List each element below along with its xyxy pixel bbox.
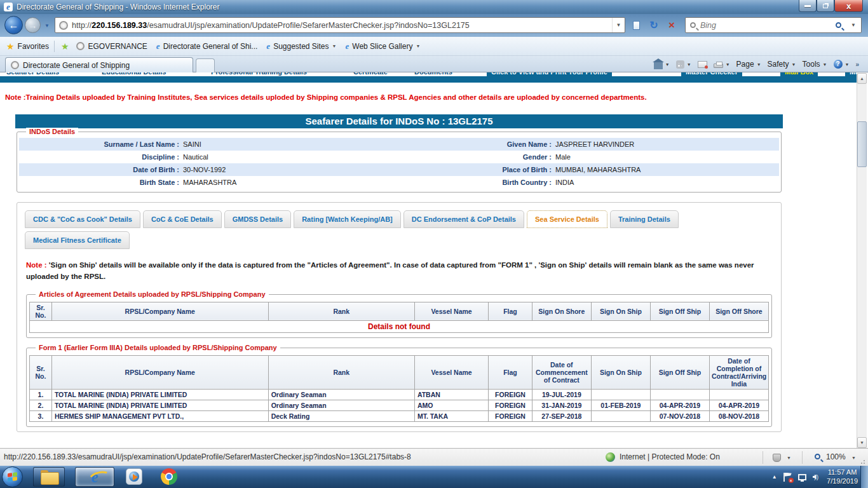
detail-tab-6[interactable]: Training Details bbox=[610, 210, 679, 228]
favorites-item-label: EGOVERNANCE bbox=[88, 42, 147, 51]
vertical-scrollbar[interactable]: ▲ ▼ bbox=[857, 73, 867, 448]
detail-tab-4[interactable]: DC Endorsement & CoP Details bbox=[403, 210, 524, 228]
volume-icon[interactable]: ) ) bbox=[813, 474, 818, 480]
detail-tab-2[interactable]: GMDSS Details bbox=[224, 210, 291, 228]
data-cell bbox=[591, 389, 650, 400]
detail-tab-3[interactable]: Rating [Watch Keeping/AB] bbox=[294, 210, 401, 228]
minimize-button[interactable] bbox=[799, 0, 817, 12]
site-menu-item-3[interactable]: Certificate bbox=[353, 72, 388, 83]
show-desktop-button[interactable] bbox=[860, 466, 868, 488]
detail-tab-7[interactable]: Medical Fitness Certificate bbox=[25, 231, 130, 249]
internet-zone-icon bbox=[606, 452, 615, 462]
site-menu-item-6[interactable]: Master Checker bbox=[681, 72, 742, 83]
compatibility-view-button[interactable] bbox=[628, 17, 644, 33]
indos-row: Date of Birth :30-NOV-1992Place of Birth… bbox=[19, 163, 779, 176]
address-url[interactable]: http://220.156.189.33/esamudraUI/jsp/exa… bbox=[72, 21, 470, 30]
data-cell: 2. bbox=[30, 400, 52, 410]
help-menu[interactable]: ?▼ bbox=[834, 60, 850, 69]
home-icon bbox=[654, 62, 663, 69]
action-center-flag-icon[interactable]: x bbox=[783, 473, 792, 482]
indos-row: Discipline :NauticalGender :Male bbox=[19, 151, 779, 163]
site-menu-item-7[interactable]: Mail Box bbox=[780, 72, 818, 83]
close-button[interactable]: x bbox=[834, 0, 863, 12]
more-commands-chevron[interactable]: » bbox=[855, 61, 859, 68]
indos-value: MAHARASHTRA bbox=[183, 179, 404, 186]
site-menu-item-0[interactable]: Seafarer Details bbox=[6, 72, 59, 83]
favorites-button[interactable]: Favorites bbox=[18, 42, 49, 51]
data-cell: 04-APR-2019 bbox=[650, 400, 709, 410]
site-menu-item-5[interactable]: Click to View and Print Your Profile bbox=[487, 72, 612, 83]
resize-grip[interactable] bbox=[860, 458, 867, 464]
status-link-url: http://220.156.189.33/esamudraUI/jsp/exa… bbox=[4, 452, 411, 461]
data-cell: 08-NOV-2018 bbox=[709, 410, 768, 421]
site-menu-item-8[interactable]: Main Menu bbox=[845, 72, 857, 83]
scrollbar-thumb[interactable] bbox=[857, 121, 867, 167]
indos-row: Birth State :MAHARASHTRABirth Country :I… bbox=[19, 176, 779, 189]
safety-menu[interactable]: Safety▼ bbox=[768, 60, 796, 69]
home-button[interactable]: ▼ bbox=[654, 60, 670, 69]
tab-favicon bbox=[11, 61, 19, 69]
detail-tab-1[interactable]: CoC & CoE Details bbox=[143, 210, 222, 228]
search-go-icon[interactable] bbox=[836, 22, 841, 28]
add-to-favorites-icon[interactable]: ★ bbox=[61, 41, 69, 51]
data-cell bbox=[709, 389, 768, 400]
read-mail-button[interactable] bbox=[698, 61, 707, 68]
form1-table: Sr. No.RPSL/Company NameRankVessel NameF… bbox=[29, 355, 769, 422]
column-header: Date of Completion of Contract/Arriving … bbox=[709, 355, 768, 389]
data-cell: 27-SEP-2018 bbox=[532, 410, 591, 421]
zoom-dropdown-icon[interactable]: ▼ bbox=[851, 456, 856, 460]
tools-menu[interactable]: Tools▼ bbox=[803, 60, 827, 69]
restore-button[interactable] bbox=[817, 0, 834, 12]
data-cell: 19-JUL-2019 bbox=[532, 389, 591, 400]
scroll-down-button[interactable]: ▼ bbox=[857, 437, 867, 448]
site-menu-item-2[interactable]: Professional Training Details bbox=[211, 72, 307, 83]
feeds-button[interactable]: ▼ bbox=[676, 60, 691, 69]
zoom-icon[interactable] bbox=[815, 454, 820, 459]
site-menu-item-1[interactable]: Educational Details bbox=[102, 72, 166, 83]
tab-title: Directorate General of Shipping bbox=[23, 61, 130, 70]
data-cell: FOREIGN bbox=[489, 389, 532, 400]
chrome-icon bbox=[161, 468, 177, 485]
taskbar-item-explorer[interactable] bbox=[33, 467, 65, 487]
detail-tab-5[interactable]: Sea Service Details bbox=[527, 210, 607, 228]
zoom-level[interactable]: 100% bbox=[826, 452, 846, 461]
recent-pages-dropdown-icon[interactable]: ▼ bbox=[44, 23, 50, 29]
browser-tab[interactable]: Directorate General of Shipping bbox=[5, 57, 193, 72]
ie-favicon: e bbox=[266, 41, 270, 51]
taskbar-item-chrome[interactable] bbox=[161, 468, 177, 485]
tray-expand-icon[interactable]: ▲ bbox=[772, 474, 777, 480]
search-dropdown-icon[interactable]: ▼ bbox=[851, 22, 856, 28]
favorites-item-3[interactable]: eWeb Slice Gallery▼ bbox=[341, 39, 424, 53]
address-bar[interactable]: http://220.156.189.33/esamudraUI/jsp/exa… bbox=[55, 17, 625, 33]
page-menu[interactable]: Page▼ bbox=[736, 60, 761, 69]
new-tab-button[interactable] bbox=[196, 58, 215, 72]
taskbar-clock[interactable]: 11:57 AM 7/19/2019 bbox=[827, 468, 858, 485]
start-button[interactable] bbox=[2, 466, 23, 487]
taskbar-item-internet-explorer[interactable]: e bbox=[75, 467, 114, 487]
address-dropdown-icon[interactable]: ▼ bbox=[612, 18, 625, 32]
column-header: Rank bbox=[268, 355, 414, 389]
favorites-item-2[interactable]: eSuggested Sites▼ bbox=[262, 39, 341, 53]
filter-dropdown-icon[interactable]: ▼ bbox=[787, 456, 791, 460]
network-icon[interactable] bbox=[798, 474, 806, 480]
navigation-bar: ← → ▼ http://220.156.189.33/esamudraUI/j… bbox=[0, 14, 868, 37]
data-cell: TOTAL MARINE (INDIA) PRIVATE LIMITED bbox=[51, 389, 268, 400]
site-favicon bbox=[76, 42, 85, 50]
site-menu-item-4[interactable]: Documents bbox=[414, 72, 452, 83]
taskbar-item-media-player[interactable] bbox=[126, 468, 142, 485]
detail-tab-0[interactable]: CDC & "CoC as Cook" Details bbox=[25, 210, 140, 228]
print-button[interactable]: ▼ bbox=[714, 61, 730, 68]
data-cell: ATBAN bbox=[414, 389, 488, 400]
favorites-item-label: Directorate General of Shi... bbox=[163, 42, 258, 51]
forward-button[interactable]: → bbox=[25, 17, 41, 33]
search-box[interactable]: Bing ▼ bbox=[685, 17, 862, 33]
tabs-row-1: CDC & "CoC as Cook" DetailsCoC & CoE Det… bbox=[25, 210, 781, 228]
media-player-icon bbox=[126, 468, 142, 485]
back-button[interactable]: ← bbox=[4, 16, 23, 34]
favorites-item-0[interactable]: EGOVERNANCE bbox=[72, 40, 151, 53]
refresh-button[interactable]: ↻ bbox=[646, 17, 662, 33]
scroll-up-button[interactable]: ▲ bbox=[857, 73, 867, 84]
filter-icon[interactable] bbox=[773, 454, 781, 462]
stop-button[interactable]: × bbox=[663, 17, 680, 33]
favorites-item-1[interactable]: eDirectorate General of Shi... bbox=[152, 39, 262, 53]
